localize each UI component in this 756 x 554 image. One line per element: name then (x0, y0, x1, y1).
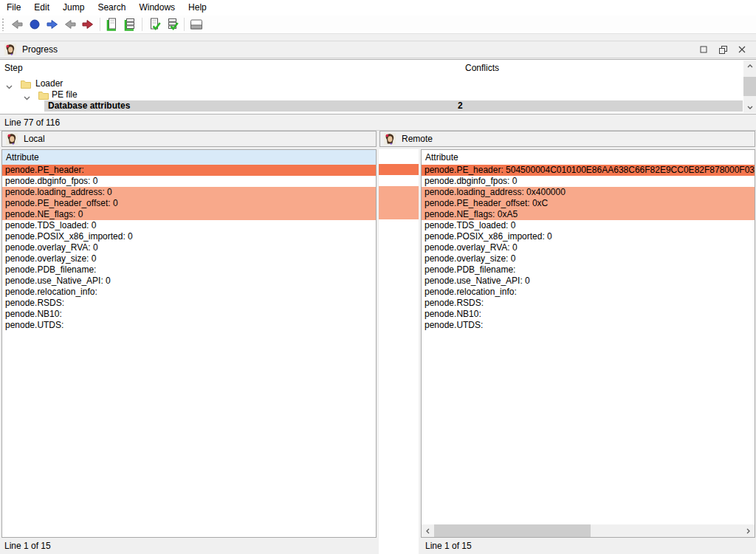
next-conflict-icon[interactable] (79, 16, 97, 33)
tree-row-selection (44, 100, 743, 112)
local-attribute-row[interactable]: penode.loading_address: 0 (2, 187, 376, 198)
local-panel-title: Local (24, 134, 45, 144)
tree-column-step[interactable]: Step (4, 63, 23, 73)
menu-edit[interactable]: Edit (27, 0, 56, 15)
local-attribute-row[interactable]: penode.NE_flags: 0 (2, 209, 376, 220)
tree-row[interactable]: Database attributes2 (0, 100, 743, 112)
remote-attribute-row[interactable]: penode.RSDS: (422, 298, 755, 309)
remote-panel-title: Remote (402, 134, 433, 144)
menu-file[interactable]: File (0, 0, 27, 15)
remote-attribute-row[interactable]: penode.UTDS: (422, 320, 755, 331)
toolbar-separator (142, 18, 142, 31)
remote-panel-titlebar[interactable]: Remote (379, 131, 755, 147)
local-attribute-row[interactable]: penode.TDS_loaded: 0 (2, 220, 376, 231)
tree-row-conflicts: 2 (458, 100, 463, 112)
local-panel-titlebar[interactable]: Local (1, 131, 377, 147)
tree-row-label: Database attributes (48, 100, 130, 112)
local-attribute-row[interactable]: penode.NB10: (2, 309, 376, 320)
remote-attribute-row[interactable]: penode.overlay_RVA: 0 (422, 242, 755, 253)
apply-database-icon[interactable] (163, 16, 181, 33)
tree-scrollbar-thumb[interactable] (743, 77, 756, 96)
app-icon (6, 133, 18, 145)
navigate-forward-icon[interactable] (44, 16, 61, 33)
conflict-marker (379, 164, 419, 175)
merge-steps-tree: Step Conflicts LoaderPE fileDatabase att… (0, 59, 756, 114)
scroll-up-icon[interactable] (743, 61, 756, 72)
remote-attribute-row[interactable]: penode.NE_flags: 0xA5 (422, 209, 755, 220)
conflict-marker (379, 197, 419, 208)
local-attribute-row[interactable]: penode.UTDS: (2, 320, 376, 331)
apply-document-icon[interactable] (145, 16, 163, 33)
remote-attribute-row[interactable]: penode.loading_address: 0x400000 (422, 187, 755, 198)
conflict-marker-strip (379, 149, 419, 554)
navigate-back-icon[interactable] (8, 16, 26, 33)
remote-attribute-list: Attribute penode.PE_header: 504500004C01… (421, 149, 755, 538)
remote-attribute-row[interactable]: penode.PE_header_offset: 0xC (422, 198, 755, 209)
local-attribute-row[interactable]: penode.dbginfo_fpos: 0 (2, 176, 376, 187)
remote-attribute-row[interactable]: penode.relocation_info: (422, 287, 755, 298)
local-attribute-row[interactable]: penode.relocation_info: (2, 287, 376, 298)
app-icon (384, 133, 396, 145)
application-window: FileEditJumpSearchWindowsHelp Progress (0, 0, 756, 554)
remote-column-attribute[interactable]: Attribute (422, 150, 755, 165)
progress-window-titlebar[interactable]: Progress (0, 41, 756, 58)
menu-bar: FileEditJumpSearchWindowsHelp (0, 0, 756, 16)
local-attribute-row[interactable]: penode.overlay_size: 0 (2, 253, 376, 264)
merge-document-icon[interactable] (103, 16, 121, 33)
app-icon (4, 44, 16, 55)
progress-window-title: Progress (22, 44, 58, 55)
remote-attribute-row[interactable]: penode.use_Native_API: 0 (422, 276, 755, 287)
local-column-attribute[interactable]: Attribute (2, 150, 376, 165)
remote-attribute-row[interactable]: penode.PE_header: 504500004C010100E86AA6… (422, 165, 755, 176)
menu-jump[interactable]: Jump (56, 0, 91, 15)
tree-row-label: Loader (35, 78, 63, 89)
conflict-marker (379, 186, 419, 197)
local-attribute-row[interactable]: penode.POSIX_x86_imported: 0 (2, 231, 376, 242)
local-attribute-row[interactable]: penode.overlay_RVA: 0 (2, 242, 376, 253)
menu-search[interactable]: Search (91, 0, 132, 15)
remote-attribute-row[interactable]: penode.dbginfo_fpos: 0 (422, 176, 755, 187)
menu-help[interactable]: Help (182, 0, 213, 15)
stop-icon[interactable] (26, 16, 44, 33)
local-attribute-row[interactable]: penode.PE_header_offset: 0 (2, 198, 376, 209)
remote-scrollbar-thumb[interactable] (434, 524, 591, 537)
toolbar-separator (100, 18, 100, 31)
windows-list-icon[interactable] (188, 16, 205, 33)
conflict-marker (379, 208, 419, 219)
local-attribute-row[interactable]: penode.PDB_filename: (2, 264, 376, 276)
local-attribute-list: Attribute penode.PE_header:penode.dbginf… (1, 149, 377, 538)
tree-vertical-scrollbar[interactable] (743, 61, 756, 113)
local-attribute-row[interactable]: penode.RSDS: (2, 298, 376, 309)
tree-row[interactable]: PE file (0, 89, 743, 100)
local-attribute-row[interactable]: penode.PE_header: (2, 165, 376, 176)
tree-column-conflicts[interactable]: Conflicts (465, 63, 499, 73)
remote-attribute-row[interactable]: penode.POSIX_x86_imported: 0 (422, 231, 755, 242)
toolbar (0, 16, 756, 34)
restore-icon[interactable] (713, 41, 732, 58)
scroll-right-icon[interactable] (742, 524, 755, 537)
previous-conflict-icon[interactable] (61, 16, 79, 33)
tree-row-label: PE file (52, 89, 78, 100)
menu-windows[interactable]: Windows (132, 0, 182, 15)
scroll-left-icon[interactable] (422, 524, 434, 537)
remote-attribute-row[interactable]: penode.overlay_size: 0 (422, 253, 755, 264)
remote-attribute-row[interactable]: penode.TDS_loaded: 0 (422, 220, 755, 231)
toolbar-drag-handle[interactable] (1, 18, 5, 31)
maximize-icon[interactable] (694, 41, 713, 58)
local-attribute-row[interactable]: penode.use_Native_API: 0 (2, 276, 376, 287)
tree-row[interactable]: Loader (0, 78, 743, 89)
remote-attribute-row[interactable]: penode.PDB_filename: (422, 264, 755, 276)
tree-status-bar: Line 77 of 116 (0, 114, 756, 131)
toolbar-separator (184, 18, 185, 31)
scroll-down-icon[interactable] (743, 102, 756, 113)
remote-horizontal-scrollbar[interactable] (422, 524, 755, 537)
remote-attribute-row[interactable]: penode.NB10: (422, 309, 755, 320)
remote-status-bar: Line 1 of 15 (421, 538, 756, 554)
merge-database-icon[interactable] (121, 16, 139, 33)
local-status-bar: Line 1 of 15 (0, 538, 377, 554)
close-icon[interactable] (732, 41, 752, 58)
